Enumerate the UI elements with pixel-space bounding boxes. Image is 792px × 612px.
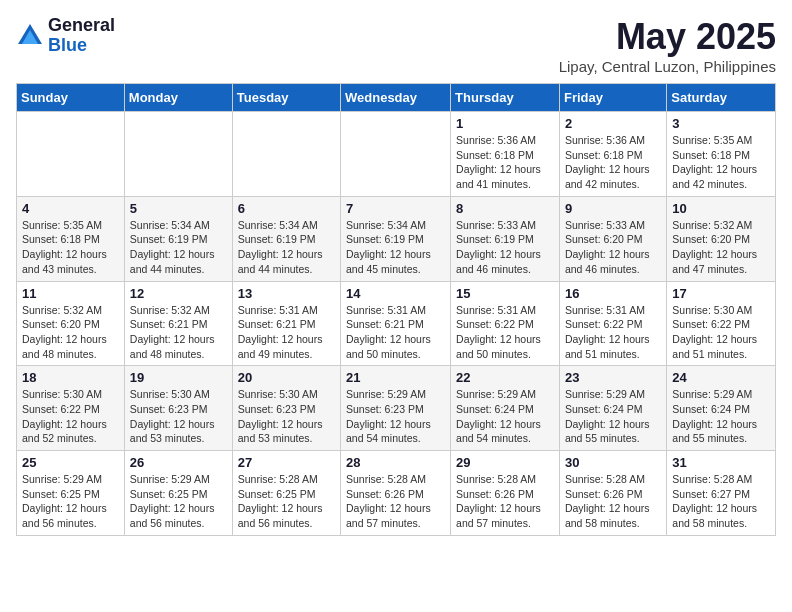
weekday-header-saturday: Saturday xyxy=(667,84,776,112)
calendar-cell: 18Sunrise: 5:30 AM Sunset: 6:22 PM Dayli… xyxy=(17,366,125,451)
day-info: Sunrise: 5:30 AM Sunset: 6:23 PM Dayligh… xyxy=(238,387,335,446)
day-info: Sunrise: 5:29 AM Sunset: 6:24 PM Dayligh… xyxy=(456,387,554,446)
calendar-cell: 9Sunrise: 5:33 AM Sunset: 6:20 PM Daylig… xyxy=(559,196,666,281)
day-info: Sunrise: 5:34 AM Sunset: 6:19 PM Dayligh… xyxy=(130,218,227,277)
day-number: 3 xyxy=(672,116,770,131)
day-number: 23 xyxy=(565,370,661,385)
calendar-table: SundayMondayTuesdayWednesdayThursdayFrid… xyxy=(16,83,776,536)
day-info: Sunrise: 5:35 AM Sunset: 6:18 PM Dayligh… xyxy=(672,133,770,192)
logo-general: General xyxy=(48,16,115,36)
day-number: 9 xyxy=(565,201,661,216)
week-row-5: 25Sunrise: 5:29 AM Sunset: 6:25 PM Dayli… xyxy=(17,451,776,536)
day-number: 29 xyxy=(456,455,554,470)
day-number: 28 xyxy=(346,455,445,470)
day-info: Sunrise: 5:31 AM Sunset: 6:22 PM Dayligh… xyxy=(456,303,554,362)
calendar-cell: 21Sunrise: 5:29 AM Sunset: 6:23 PM Dayli… xyxy=(341,366,451,451)
day-number: 24 xyxy=(672,370,770,385)
day-number: 18 xyxy=(22,370,119,385)
day-number: 16 xyxy=(565,286,661,301)
day-number: 1 xyxy=(456,116,554,131)
calendar-cell: 7Sunrise: 5:34 AM Sunset: 6:19 PM Daylig… xyxy=(341,196,451,281)
calendar-cell: 2Sunrise: 5:36 AM Sunset: 6:18 PM Daylig… xyxy=(559,112,666,197)
calendar-cell: 10Sunrise: 5:32 AM Sunset: 6:20 PM Dayli… xyxy=(667,196,776,281)
day-number: 22 xyxy=(456,370,554,385)
day-number: 30 xyxy=(565,455,661,470)
weekday-header-friday: Friday xyxy=(559,84,666,112)
calendar-cell: 24Sunrise: 5:29 AM Sunset: 6:24 PM Dayli… xyxy=(667,366,776,451)
week-row-1: 1Sunrise: 5:36 AM Sunset: 6:18 PM Daylig… xyxy=(17,112,776,197)
day-info: Sunrise: 5:34 AM Sunset: 6:19 PM Dayligh… xyxy=(238,218,335,277)
day-info: Sunrise: 5:28 AM Sunset: 6:27 PM Dayligh… xyxy=(672,472,770,531)
calendar-cell: 17Sunrise: 5:30 AM Sunset: 6:22 PM Dayli… xyxy=(667,281,776,366)
week-row-2: 4Sunrise: 5:35 AM Sunset: 6:18 PM Daylig… xyxy=(17,196,776,281)
calendar-cell: 8Sunrise: 5:33 AM Sunset: 6:19 PM Daylig… xyxy=(451,196,560,281)
calendar-cell: 6Sunrise: 5:34 AM Sunset: 6:19 PM Daylig… xyxy=(232,196,340,281)
day-info: Sunrise: 5:35 AM Sunset: 6:18 PM Dayligh… xyxy=(22,218,119,277)
subtitle: Lipay, Central Luzon, Philippines xyxy=(559,58,776,75)
day-info: Sunrise: 5:33 AM Sunset: 6:19 PM Dayligh… xyxy=(456,218,554,277)
calendar-cell: 28Sunrise: 5:28 AM Sunset: 6:26 PM Dayli… xyxy=(341,451,451,536)
day-number: 19 xyxy=(130,370,227,385)
day-number: 25 xyxy=(22,455,119,470)
day-info: Sunrise: 5:30 AM Sunset: 6:22 PM Dayligh… xyxy=(672,303,770,362)
calendar-cell: 14Sunrise: 5:31 AM Sunset: 6:21 PM Dayli… xyxy=(341,281,451,366)
calendar-cell: 20Sunrise: 5:30 AM Sunset: 6:23 PM Dayli… xyxy=(232,366,340,451)
day-info: Sunrise: 5:29 AM Sunset: 6:24 PM Dayligh… xyxy=(565,387,661,446)
calendar-cell xyxy=(341,112,451,197)
day-number: 7 xyxy=(346,201,445,216)
logo: General Blue xyxy=(16,16,115,56)
day-info: Sunrise: 5:36 AM Sunset: 6:18 PM Dayligh… xyxy=(565,133,661,192)
day-info: Sunrise: 5:28 AM Sunset: 6:25 PM Dayligh… xyxy=(238,472,335,531)
day-info: Sunrise: 5:32 AM Sunset: 6:20 PM Dayligh… xyxy=(672,218,770,277)
day-number: 12 xyxy=(130,286,227,301)
calendar-cell: 11Sunrise: 5:32 AM Sunset: 6:20 PM Dayli… xyxy=(17,281,125,366)
calendar-cell: 31Sunrise: 5:28 AM Sunset: 6:27 PM Dayli… xyxy=(667,451,776,536)
day-info: Sunrise: 5:29 AM Sunset: 6:25 PM Dayligh… xyxy=(22,472,119,531)
day-number: 15 xyxy=(456,286,554,301)
logo-blue: Blue xyxy=(48,36,115,56)
day-number: 31 xyxy=(672,455,770,470)
calendar-cell: 15Sunrise: 5:31 AM Sunset: 6:22 PM Dayli… xyxy=(451,281,560,366)
day-number: 13 xyxy=(238,286,335,301)
day-number: 4 xyxy=(22,201,119,216)
calendar-cell: 27Sunrise: 5:28 AM Sunset: 6:25 PM Dayli… xyxy=(232,451,340,536)
calendar-cell: 1Sunrise: 5:36 AM Sunset: 6:18 PM Daylig… xyxy=(451,112,560,197)
day-info: Sunrise: 5:30 AM Sunset: 6:22 PM Dayligh… xyxy=(22,387,119,446)
day-number: 17 xyxy=(672,286,770,301)
day-number: 21 xyxy=(346,370,445,385)
calendar-cell: 12Sunrise: 5:32 AM Sunset: 6:21 PM Dayli… xyxy=(124,281,232,366)
calendar-cell xyxy=(124,112,232,197)
day-number: 27 xyxy=(238,455,335,470)
day-info: Sunrise: 5:31 AM Sunset: 6:21 PM Dayligh… xyxy=(238,303,335,362)
weekday-header-sunday: Sunday xyxy=(17,84,125,112)
day-info: Sunrise: 5:29 AM Sunset: 6:23 PM Dayligh… xyxy=(346,387,445,446)
calendar-cell: 5Sunrise: 5:34 AM Sunset: 6:19 PM Daylig… xyxy=(124,196,232,281)
calendar-cell: 25Sunrise: 5:29 AM Sunset: 6:25 PM Dayli… xyxy=(17,451,125,536)
day-info: Sunrise: 5:32 AM Sunset: 6:21 PM Dayligh… xyxy=(130,303,227,362)
day-number: 10 xyxy=(672,201,770,216)
day-info: Sunrise: 5:33 AM Sunset: 6:20 PM Dayligh… xyxy=(565,218,661,277)
logo-text: General Blue xyxy=(48,16,115,56)
calendar-cell: 30Sunrise: 5:28 AM Sunset: 6:26 PM Dayli… xyxy=(559,451,666,536)
calendar-cell: 4Sunrise: 5:35 AM Sunset: 6:18 PM Daylig… xyxy=(17,196,125,281)
calendar-cell: 16Sunrise: 5:31 AM Sunset: 6:22 PM Dayli… xyxy=(559,281,666,366)
weekday-header-monday: Monday xyxy=(124,84,232,112)
calendar-cell: 3Sunrise: 5:35 AM Sunset: 6:18 PM Daylig… xyxy=(667,112,776,197)
calendar-cell xyxy=(17,112,125,197)
calendar-cell: 22Sunrise: 5:29 AM Sunset: 6:24 PM Dayli… xyxy=(451,366,560,451)
day-info: Sunrise: 5:31 AM Sunset: 6:21 PM Dayligh… xyxy=(346,303,445,362)
day-info: Sunrise: 5:29 AM Sunset: 6:25 PM Dayligh… xyxy=(130,472,227,531)
calendar-cell xyxy=(232,112,340,197)
page-header: General Blue May 2025 Lipay, Central Luz… xyxy=(16,16,776,75)
weekday-header-row: SundayMondayTuesdayWednesdayThursdayFrid… xyxy=(17,84,776,112)
day-info: Sunrise: 5:28 AM Sunset: 6:26 PM Dayligh… xyxy=(565,472,661,531)
calendar-cell: 23Sunrise: 5:29 AM Sunset: 6:24 PM Dayli… xyxy=(559,366,666,451)
title-section: May 2025 Lipay, Central Luzon, Philippin… xyxy=(559,16,776,75)
day-number: 2 xyxy=(565,116,661,131)
day-number: 8 xyxy=(456,201,554,216)
day-number: 11 xyxy=(22,286,119,301)
day-info: Sunrise: 5:30 AM Sunset: 6:23 PM Dayligh… xyxy=(130,387,227,446)
day-info: Sunrise: 5:28 AM Sunset: 6:26 PM Dayligh… xyxy=(346,472,445,531)
logo-icon xyxy=(16,22,44,50)
day-info: Sunrise: 5:32 AM Sunset: 6:20 PM Dayligh… xyxy=(22,303,119,362)
